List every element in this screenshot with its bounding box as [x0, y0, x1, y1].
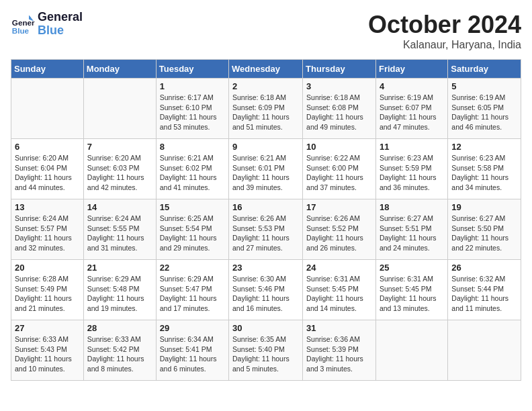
calendar-cell: 29 Sunrise: 6:34 AM Sunset: 5:41 PM Dayl… — [156, 320, 228, 381]
daylight-text: Daylight: 11 hours and 39 minutes. — [232, 173, 290, 191]
day-info: Sunrise: 6:18 AM Sunset: 6:09 PM Dayligh… — [232, 93, 299, 132]
day-number: 22 — [160, 263, 225, 273]
day-info: Sunrise: 6:26 AM Sunset: 5:52 PM Dayligh… — [306, 214, 372, 253]
daylight-text: Daylight: 11 hours and 51 minutes. — [232, 113, 290, 131]
sunset-text: Sunset: 5:47 PM — [160, 285, 212, 293]
day-info: Sunrise: 6:34 AM Sunset: 5:41 PM Dayligh… — [160, 334, 225, 374]
daylight-text: Daylight: 11 hours and 22 minutes. — [451, 234, 508, 252]
calendar-cell: 2 Sunrise: 6:18 AM Sunset: 6:09 PM Dayli… — [229, 79, 303, 139]
day-info: Sunrise: 6:20 AM Sunset: 6:03 PM Dayligh… — [87, 153, 152, 193]
sunrise-text: Sunrise: 6:19 AM — [380, 93, 433, 101]
sunrise-text: Sunrise: 6:20 AM — [87, 154, 141, 162]
sunrise-text: Sunrise: 6:24 AM — [15, 214, 69, 222]
calendar-cell: 12 Sunrise: 6:23 AM Sunset: 5:58 PM Dayl… — [448, 139, 521, 199]
title-area: October 2024 Kalanaur, Haryana, India — [368, 11, 521, 51]
day-number: 23 — [232, 263, 299, 273]
day-number: 17 — [306, 202, 372, 212]
daylight-text: Daylight: 11 hours and 42 minutes. — [87, 173, 144, 191]
sunrise-text: Sunrise: 6:24 AM — [87, 214, 141, 222]
header-sunday: Sunday — [11, 60, 84, 79]
calendar-cell: 21 Sunrise: 6:29 AM Sunset: 5:48 PM Dayl… — [83, 260, 156, 320]
calendar-cell: 31 Sunrise: 6:36 AM Sunset: 5:39 PM Dayl… — [303, 320, 376, 381]
calendar-cell: 22 Sunrise: 6:29 AM Sunset: 5:47 PM Dayl… — [156, 260, 228, 320]
sunset-text: Sunset: 5:46 PM — [232, 285, 285, 293]
day-info: Sunrise: 6:29 AM Sunset: 5:48 PM Dayligh… — [87, 274, 152, 314]
daylight-text: Daylight: 11 hours and 13 minutes. — [380, 294, 437, 312]
sunset-text: Sunset: 6:05 PM — [451, 103, 504, 111]
daylight-text: Daylight: 11 hours and 31 minutes. — [87, 234, 144, 252]
sunrise-text: Sunrise: 6:31 AM — [380, 275, 433, 283]
daylight-text: Daylight: 11 hours and 6 minutes. — [160, 355, 217, 373]
calendar-week-4: 20 Sunrise: 6:28 AM Sunset: 5:49 PM Dayl… — [11, 260, 521, 320]
daylight-text: Daylight: 11 hours and 49 minutes. — [306, 113, 363, 131]
logo-text-line1: General — [38, 11, 83, 24]
calendar-cell: 16 Sunrise: 6:26 AM Sunset: 5:53 PM Dayl… — [229, 199, 303, 260]
day-number: 18 — [380, 202, 444, 212]
daylight-text: Daylight: 11 hours and 3 minutes. — [306, 355, 363, 373]
calendar-cell: 17 Sunrise: 6:26 AM Sunset: 5:52 PM Dayl… — [303, 199, 376, 260]
header-tuesday: Tuesday — [156, 60, 228, 79]
day-number: 6 — [15, 142, 80, 152]
day-info: Sunrise: 6:26 AM Sunset: 5:53 PM Dayligh… — [232, 214, 299, 253]
day-number: 14 — [87, 202, 152, 212]
sunrise-text: Sunrise: 6:33 AM — [15, 335, 69, 343]
day-number: 10 — [306, 142, 372, 152]
day-number: 11 — [380, 142, 444, 152]
calendar-week-2: 6 Sunrise: 6:20 AM Sunset: 6:04 PM Dayli… — [11, 139, 521, 199]
calendar-header-row: Sunday Monday Tuesday Wednesday Thursday… — [11, 60, 521, 79]
calendar-cell: 26 Sunrise: 6:32 AM Sunset: 5:44 PM Dayl… — [448, 260, 521, 320]
calendar-cell: 1 Sunrise: 6:17 AM Sunset: 6:10 PM Dayli… — [156, 79, 228, 139]
svg-text:Blue: Blue — [12, 26, 30, 34]
sunrise-text: Sunrise: 6:36 AM — [306, 335, 360, 343]
sunset-text: Sunset: 5:58 PM — [451, 164, 504, 172]
logo-icon: General Blue — [11, 12, 35, 36]
sunset-text: Sunset: 6:02 PM — [160, 164, 212, 172]
day-number: 26 — [451, 263, 517, 273]
sunrise-text: Sunrise: 6:20 AM — [15, 154, 69, 162]
sunrise-text: Sunrise: 6:27 AM — [451, 214, 505, 222]
sunset-text: Sunset: 6:07 PM — [380, 103, 432, 111]
sunset-text: Sunset: 5:53 PM — [232, 224, 285, 232]
calendar-week-1: 1 Sunrise: 6:17 AM Sunset: 6:10 PM Dayli… — [11, 79, 521, 139]
header-friday: Friday — [375, 60, 447, 79]
day-number: 29 — [160, 323, 225, 333]
daylight-text: Daylight: 11 hours and 46 minutes. — [451, 113, 508, 131]
daylight-text: Daylight: 11 hours and 47 minutes. — [380, 113, 437, 131]
sunrise-text: Sunrise: 6:35 AM — [232, 335, 286, 343]
sunrise-text: Sunrise: 6:21 AM — [232, 154, 286, 162]
sunset-text: Sunset: 5:39 PM — [306, 345, 359, 353]
sunset-text: Sunset: 6:09 PM — [232, 103, 285, 111]
sunrise-text: Sunrise: 6:18 AM — [232, 93, 286, 101]
calendar-cell — [375, 320, 447, 381]
sunset-text: Sunset: 5:48 PM — [87, 285, 140, 293]
calendar-cell: 4 Sunrise: 6:19 AM Sunset: 6:07 PM Dayli… — [375, 79, 447, 139]
sunrise-text: Sunrise: 6:22 AM — [306, 154, 360, 162]
sunset-text: Sunset: 5:44 PM — [451, 285, 504, 293]
calendar-cell: 27 Sunrise: 6:33 AM Sunset: 5:43 PM Dayl… — [11, 320, 84, 381]
sunset-text: Sunset: 5:57 PM — [15, 224, 67, 232]
calendar-cell: 8 Sunrise: 6:21 AM Sunset: 6:02 PM Dayli… — [156, 139, 228, 199]
sunset-text: Sunset: 5:55 PM — [87, 224, 140, 232]
sunrise-text: Sunrise: 6:28 AM — [15, 275, 69, 283]
sunrise-text: Sunrise: 6:29 AM — [87, 275, 141, 283]
daylight-text: Daylight: 11 hours and 29 minutes. — [160, 234, 217, 252]
sunrise-text: Sunrise: 6:23 AM — [380, 154, 433, 162]
daylight-text: Daylight: 11 hours and 21 minutes. — [15, 294, 72, 312]
daylight-text: Daylight: 11 hours and 5 minutes. — [232, 355, 290, 373]
day-info: Sunrise: 6:21 AM Sunset: 6:01 PM Dayligh… — [232, 153, 299, 193]
sunrise-text: Sunrise: 6:30 AM — [232, 275, 286, 283]
calendar-cell — [11, 79, 84, 139]
sunset-text: Sunset: 5:54 PM — [160, 224, 212, 232]
day-info: Sunrise: 6:24 AM Sunset: 5:55 PM Dayligh… — [87, 214, 152, 253]
sunset-text: Sunset: 5:49 PM — [15, 285, 67, 293]
daylight-text: Daylight: 11 hours and 16 minutes. — [232, 294, 290, 312]
calendar-cell: 23 Sunrise: 6:30 AM Sunset: 5:46 PM Dayl… — [229, 260, 303, 320]
day-number: 25 — [380, 263, 444, 273]
day-info: Sunrise: 6:19 AM Sunset: 6:05 PM Dayligh… — [451, 93, 517, 132]
sunrise-text: Sunrise: 6:34 AM — [160, 335, 214, 343]
daylight-text: Daylight: 11 hours and 17 minutes. — [160, 294, 217, 312]
day-info: Sunrise: 6:22 AM Sunset: 6:00 PM Dayligh… — [306, 153, 372, 193]
day-number: 5 — [451, 81, 517, 91]
daylight-text: Daylight: 11 hours and 34 minutes. — [451, 173, 508, 191]
sunrise-text: Sunrise: 6:19 AM — [451, 93, 505, 101]
